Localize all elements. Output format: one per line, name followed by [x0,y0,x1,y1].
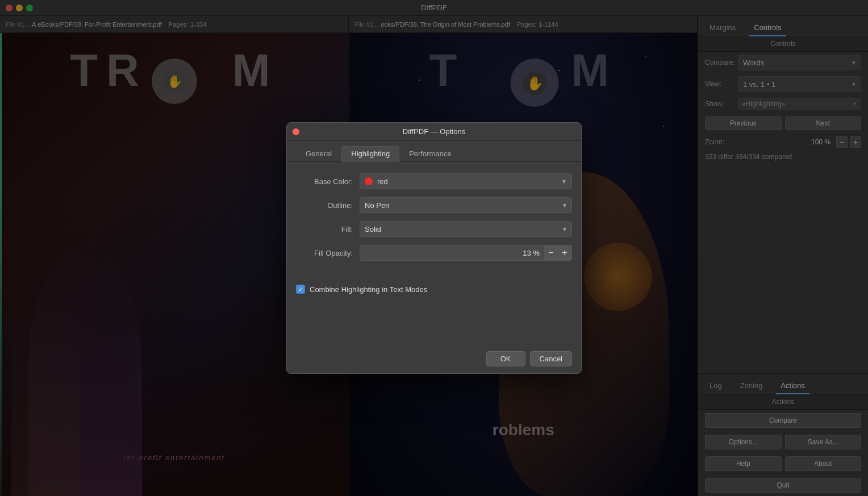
color-dot-red [365,177,373,185]
dialog-titlebar: DiffPDF — Options [287,123,581,141]
fill-opacity-plus-button[interactable]: + [558,245,571,261]
fill-opacity-minus-button[interactable]: − [544,245,558,261]
checkbox-row: ✓ Combine Highlighting in Text Modes [296,285,572,294]
dialog-cancel-button[interactable]: Cancel [530,351,572,366]
base-color-value: red [377,177,557,186]
outline-label: Outline: [296,201,353,210]
fill-opacity-label: Fill Opacity: [296,249,353,257]
fill-select[interactable]: Solid [360,221,572,237]
dialog-spacer [287,298,581,344]
outline-select[interactable]: No Pen [360,197,572,213]
fill-opacity-value: 13 % [360,249,544,257]
dialog-buttons: OK Cancel [287,344,581,373]
fill-opacity-field: Fill Opacity: 13 % − + [296,245,572,261]
fill-select-wrapper: Solid ▼ [360,221,572,237]
dialog-tab-performance[interactable]: Performance [399,146,461,162]
outline-select-wrapper: No Pen ▼ [360,197,572,213]
dialog-tab-highlighting[interactable]: Highlighting [341,146,399,162]
dialog-tab-general[interactable]: General [296,146,341,162]
fill-label: Fill: [296,225,353,234]
dialog-content: Base Color: red ▼ Outline: No Pen ▼ [287,162,581,280]
base-color-label: Base Color: [296,177,353,186]
options-dialog: DiffPDF — Options General Highlighting P… [286,122,582,374]
fill-opacity-input: 13 % − + [360,245,572,261]
outline-field: Outline: No Pen ▼ [296,197,572,213]
base-color-field: Base Color: red ▼ [296,173,572,189]
dialog-ok-button[interactable]: OK [486,351,525,366]
base-color-input[interactable]: red ▼ [360,173,572,189]
dialog-overlay: DiffPDF — Options General Highlighting P… [0,0,868,496]
checkbox-label: Combine Highlighting in Text Modes [310,285,427,294]
checkmark-icon: ✓ [298,286,303,293]
dialog-title: DiffPDF — Options [403,127,465,136]
combine-highlighting-checkbox[interactable]: ✓ [296,285,305,294]
base-color-arrow-icon: ▼ [561,178,567,185]
dialog-tabs: General Highlighting Performance [287,141,581,162]
fill-field: Fill: Solid ▼ [296,221,572,237]
dialog-close-button[interactable] [293,128,299,135]
